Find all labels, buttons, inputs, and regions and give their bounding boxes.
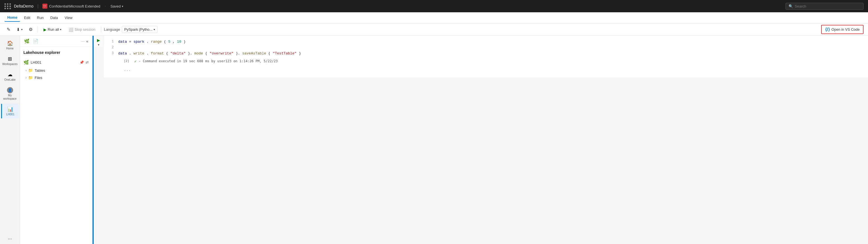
lh001-item[interactable]: 🌿 LH001 📌 ⇄ bbox=[20, 58, 92, 67]
lh001-refresh-icon[interactable]: ⇄ bbox=[85, 60, 89, 65]
menu-home[interactable]: Home bbox=[4, 14, 20, 22]
menu-bar: Home Edit Run Data View bbox=[0, 12, 868, 23]
sidebar-item-onelake[interactable]: ☁ OneLake bbox=[1, 69, 19, 84]
lh001-pin-icon[interactable]: 📌 bbox=[79, 60, 84, 65]
editor-container: ▶ ▾ 1 data = spark . range ( 5 bbox=[93, 36, 868, 244]
stop-session-button[interactable]: ⬜ Stop session bbox=[66, 26, 98, 33]
vscode-icon: ⟨/⟩ bbox=[825, 27, 830, 32]
shield-icon: 🛡 bbox=[42, 4, 48, 9]
menu-data[interactable]: Data bbox=[48, 14, 61, 22]
ellipsis: ... bbox=[108, 65, 864, 74]
stop-icon: ⬜ bbox=[68, 27, 73, 32]
language-label-text: Language bbox=[104, 27, 120, 31]
sidebar-item-myworkspace[interactable]: 👤 My workspace bbox=[1, 85, 19, 103]
onelake-icon: ☁ bbox=[7, 72, 12, 78]
code-editor[interactable]: 1 data = spark . range ( 5 , 10 ) bbox=[104, 36, 868, 78]
search-box[interactable]: 🔍 bbox=[785, 3, 864, 10]
search-icon: 🔍 bbox=[788, 4, 793, 8]
play-icon: ▶ bbox=[43, 27, 46, 32]
search-input[interactable] bbox=[795, 4, 856, 8]
save-button[interactable]: ⬇ ▾ bbox=[14, 26, 25, 33]
tree-item-tables[interactable]: › 📁 Tables bbox=[20, 67, 92, 74]
add-cell-icon: ✎ bbox=[7, 27, 10, 32]
app-name: DeltaDemo bbox=[14, 4, 33, 8]
sidebar-item-lh001[interactable]: 📊 LH001 bbox=[1, 104, 19, 118]
left-panel-header: 🌿 📄 — « bbox=[20, 36, 92, 47]
save-chevron-icon: ▾ bbox=[21, 28, 23, 31]
run-all-button[interactable]: ▶ Run all ▾ bbox=[41, 26, 64, 33]
menu-view[interactable]: View bbox=[62, 14, 75, 22]
sidebar-item-home[interactable]: 🏠 Home bbox=[1, 38, 19, 53]
lakehouse-icon-btn[interactable]: 🌿 bbox=[23, 38, 30, 45]
toolbar: ✎ ⬇ ▾ ⚙ ▶ Run all ▾ ⬜ Stop session Langu… bbox=[0, 23, 868, 36]
cell-dropdown-button[interactable]: ▾ bbox=[98, 43, 99, 47]
confidential-label: 🛡 Confidential\Microsoft Extended bbox=[42, 4, 100, 9]
sidebar: 🏠 Home ⊞ Workspaces ☁ OneLake 👤 My works… bbox=[0, 36, 20, 244]
run-chevron-icon: ▾ bbox=[60, 28, 61, 31]
gear-icon: ⚙ bbox=[29, 27, 33, 32]
settings-button[interactable]: ⚙ bbox=[27, 25, 35, 33]
lh001-icon: 📊 bbox=[7, 106, 13, 112]
main-content: 🏠 Home ⊞ Workspaces ☁ OneLake 👤 My works… bbox=[0, 36, 868, 244]
cell-controls: ▶ ▾ bbox=[94, 36, 104, 47]
code-line-2: 2 bbox=[108, 45, 864, 51]
workspaces-icon: ⊞ bbox=[8, 56, 12, 62]
top-bar: DeltaDemo | 🛡 Confidential\Microsoft Ext… bbox=[0, 0, 868, 12]
lakehouse-explorer-title: Lakehouse explorer bbox=[20, 47, 92, 58]
save-icon: ⬇ bbox=[17, 27, 20, 32]
sidebar-item-workspaces[interactable]: ⊞ Workspaces bbox=[1, 54, 19, 68]
tree-item-files[interactable]: › 📁 Files bbox=[20, 74, 92, 81]
code-line-1: 1 data = spark . range ( 5 , 10 ) bbox=[108, 39, 864, 45]
lang-chevron-icon: ▾ bbox=[154, 28, 155, 31]
check-icon: ✓ bbox=[134, 59, 136, 64]
myworkspace-icon: 👤 bbox=[7, 87, 13, 93]
folder-icon-tables: 📁 bbox=[28, 68, 33, 73]
folder-icon-files: 📁 bbox=[28, 75, 33, 80]
cell-run-button[interactable]: ▶ bbox=[97, 38, 100, 43]
file-icon-btn[interactable]: 📄 bbox=[32, 38, 39, 45]
menu-edit[interactable]: Edit bbox=[21, 14, 33, 22]
separator bbox=[38, 27, 38, 33]
more-options-button[interactable]: ··· bbox=[8, 236, 12, 242]
chevron-right-icon-files: › bbox=[26, 76, 27, 79]
chevron-right-icon: › bbox=[26, 69, 27, 72]
home-icon: 🏠 bbox=[7, 40, 13, 46]
menu-run[interactable]: Run bbox=[34, 14, 46, 22]
chevron-down-icon: ▾ bbox=[122, 5, 123, 8]
open-vscode-button[interactable]: ⟨/⟩ Open in VS Code bbox=[821, 25, 864, 34]
output-line: [2] ✓ - Command executed in 19 sec 608 m… bbox=[108, 56, 864, 65]
separator-2 bbox=[101, 27, 101, 33]
code-line-3: 3 data . write . format ( "delta" ). mod… bbox=[108, 51, 864, 57]
lh001-folder-icon: 🌿 bbox=[23, 60, 29, 65]
app-grid-icon[interactable] bbox=[4, 3, 11, 9]
saved-status[interactable]: Saved ▾ bbox=[111, 4, 123, 8]
language-selector[interactable]: PySpark (Pytho... ▾ bbox=[122, 26, 157, 33]
add-cell-button[interactable]: ✎ bbox=[4, 25, 12, 33]
left-panel: 🌿 📄 — « Lakehouse explorer 🌿 LH001 📌 ⇄ ›… bbox=[20, 36, 93, 244]
collapse-panel-button[interactable]: « bbox=[86, 38, 89, 44]
